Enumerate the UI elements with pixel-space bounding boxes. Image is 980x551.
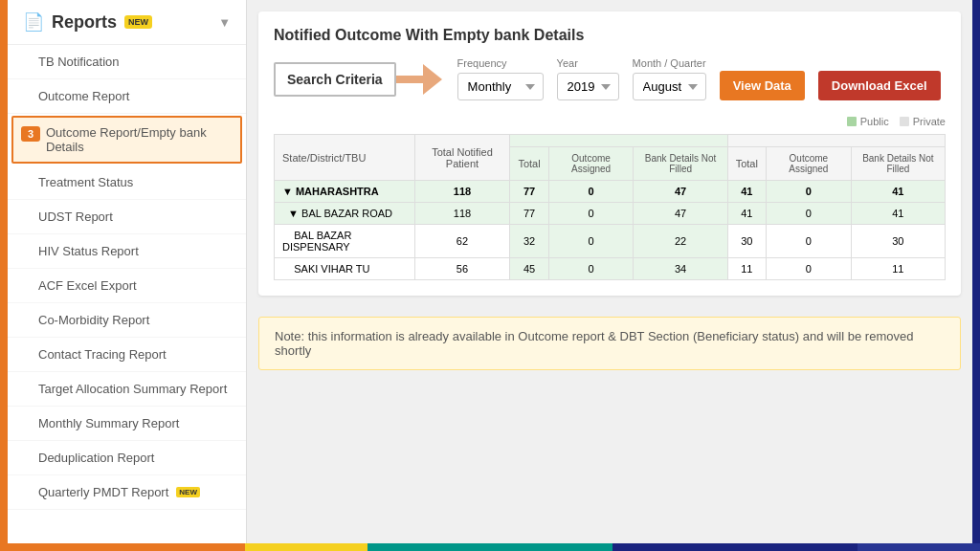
right-accent [972, 0, 980, 543]
cell-oa2: 0 [766, 181, 851, 203]
table-legend: Public Private [274, 116, 946, 128]
year-select[interactable]: 2019 2018 2017 [557, 73, 619, 100]
note-box: Note: this information is already availa… [258, 317, 961, 370]
table-row: ▼ MAHARASHTRA 118 77 0 47 41 0 41 [275, 181, 946, 203]
cell-bnf1: 47 [634, 181, 727, 203]
cell-total-notified: 118 [414, 181, 510, 203]
cell-name: ▼ MAHARASHTRA [275, 181, 415, 203]
cell-bnf2: 41 [851, 181, 945, 203]
sidebar-chevron-icon: ▼ [218, 15, 231, 30]
legend-public-dot [847, 117, 857, 126]
search-label: Search Criteria [274, 62, 396, 97]
table-row: ▼ BAL BAZAR ROAD 118 77 0 47 41 0 41 [275, 203, 946, 225]
sidebar-item-treatment-status[interactable]: Treatment Status [8, 165, 246, 200]
th-total1: Total [510, 147, 548, 181]
arrow-head [423, 64, 442, 95]
arrow-container [396, 64, 442, 95]
legend-public: Public [847, 116, 889, 127]
sidebar-item-outcome-report[interactable]: Outcome Report [8, 79, 246, 114]
cell-t1: 32 [510, 225, 548, 258]
download-excel-button[interactable]: Download Excel [818, 71, 941, 100]
th-outcome-assigned1: Outcome Assigned [548, 147, 634, 181]
sidebar-item-outcome-empty-bank[interactable]: 3 Outcome Report/Empty bank Details [11, 116, 242, 164]
view-data-button[interactable]: View Data [720, 71, 805, 100]
panel-title: Notified Outcome With Empty bank Details [274, 27, 946, 44]
year-field-group: Year 2019 2018 2017 [557, 57, 619, 100]
sidebar-item-tb-notification[interactable]: TB Notification [8, 45, 246, 79]
criteria-fields: Frequency Monthly Quarterly Year 2019 20… [457, 57, 941, 100]
sidebar-item-target-allocation[interactable]: Target Allocation Summary Report [8, 372, 246, 407]
active-badge-number: 3 [21, 126, 40, 142]
year-label: Year [557, 57, 619, 69]
cell-bnf1: 34 [634, 258, 727, 280]
cell-oa2: 0 [766, 225, 851, 258]
cell-oa1: 0 [548, 181, 634, 203]
bottom-bar-teal [368, 543, 612, 551]
sidebar-item-contact-tracing[interactable]: Contact Tracing Report [8, 338, 246, 372]
cell-oa2: 0 [766, 258, 851, 280]
quarterly-new-badge: NEW [176, 487, 200, 497]
frequency-select[interactable]: Monthly Quarterly [457, 73, 544, 100]
cell-t2: 11 [727, 258, 766, 280]
sidebar-header[interactable]: 📄 Reports NEW ▼ [8, 0, 246, 45]
note-text: Note: this information is already availa… [275, 329, 913, 358]
cell-total-notified: 56 [414, 258, 510, 280]
cell-total-notified: 62 [414, 225, 510, 258]
frequency-field-group: Frequency Monthly Quarterly [457, 57, 544, 100]
th-outcome-assigned2: Outcome Assigned [766, 147, 851, 181]
sidebar-item-udst-report[interactable]: UDST Report [8, 200, 246, 234]
bottom-bar [0, 543, 980, 551]
cell-bnf1: 22 [634, 225, 727, 258]
cell-oa1: 0 [548, 225, 634, 258]
bottom-bar-navy [858, 543, 980, 551]
sidebar-item-hiv-status[interactable]: HIV Status Report [8, 234, 246, 269]
cell-t1: 77 [510, 203, 548, 225]
search-arrow: Search Criteria [274, 62, 442, 97]
th-state-district: State/District/TBU [275, 135, 415, 181]
sidebar-item-quarterly-pmdt[interactable]: Quarterly PMDT Report NEW [8, 475, 246, 510]
left-accent [0, 0, 8, 543]
sidebar: 📄 Reports NEW ▼ TB Notification Outcome … [8, 0, 247, 543]
main-content: Notified Outcome With Empty bank Details… [247, 0, 972, 543]
cell-t1: 77 [510, 181, 548, 203]
cell-oa1: 0 [548, 258, 634, 280]
cell-name: SAKI VIHAR TU [275, 258, 415, 280]
cell-bnf1: 47 [634, 203, 727, 225]
table-row: BAL BAZAR DISPENSARY 62 32 0 22 30 0 30 [275, 225, 946, 258]
frequency-label: Frequency [457, 57, 544, 69]
sidebar-item-co-morbidity[interactable]: Co-Morbidity Report [8, 303, 246, 338]
cell-name: ▼ BAL BAZAR ROAD [275, 203, 415, 225]
cell-t2: 41 [727, 181, 766, 203]
cell-name: BAL BAZAR DISPENSARY [275, 225, 415, 258]
sidebar-item-monthly-summary[interactable]: Monthly Summary Report [8, 407, 246, 441]
report-panel: Notified Outcome With Empty bank Details… [258, 11, 961, 296]
cell-total-notified: 118 [414, 203, 510, 225]
month-field-group: Month / Quarter August July June [633, 57, 706, 100]
sidebar-title: Reports [52, 12, 117, 33]
bottom-bar-yellow [245, 543, 368, 551]
reports-new-badge: NEW [124, 15, 152, 29]
arrow-shaft [396, 76, 423, 83]
cell-t2: 30 [727, 225, 766, 258]
th-bank-not-filled1: Bank Details Not Filled [634, 147, 727, 181]
cell-t1: 45 [510, 258, 548, 280]
search-section: Search Criteria Frequency Monthly Quarte… [274, 57, 946, 100]
bottom-bar-darkblue [612, 543, 858, 551]
th-total2: Total [727, 147, 766, 181]
legend-private-dot [900, 117, 909, 126]
month-select[interactable]: August July June [633, 73, 706, 100]
cell-bnf2: 11 [851, 258, 945, 280]
cell-bnf2: 41 [851, 203, 945, 225]
data-table: State/District/TBU Total Notified Patien… [274, 134, 946, 280]
month-quarter-label: Month / Quarter [633, 57, 706, 69]
th-public-group [510, 135, 727, 147]
reports-icon: 📄 [23, 11, 44, 33]
sidebar-item-deduplication[interactable]: Deduplication Report [8, 441, 246, 475]
th-total-notified: Total Notified Patient [414, 135, 510, 181]
sidebar-item-acf-excel[interactable]: ACF Excel Export [8, 269, 246, 303]
cell-bnf2: 30 [851, 225, 945, 258]
th-private-group [727, 135, 945, 147]
cell-t2: 41 [727, 203, 766, 225]
cell-oa2: 0 [766, 203, 851, 225]
legend-private: Private [900, 116, 946, 127]
